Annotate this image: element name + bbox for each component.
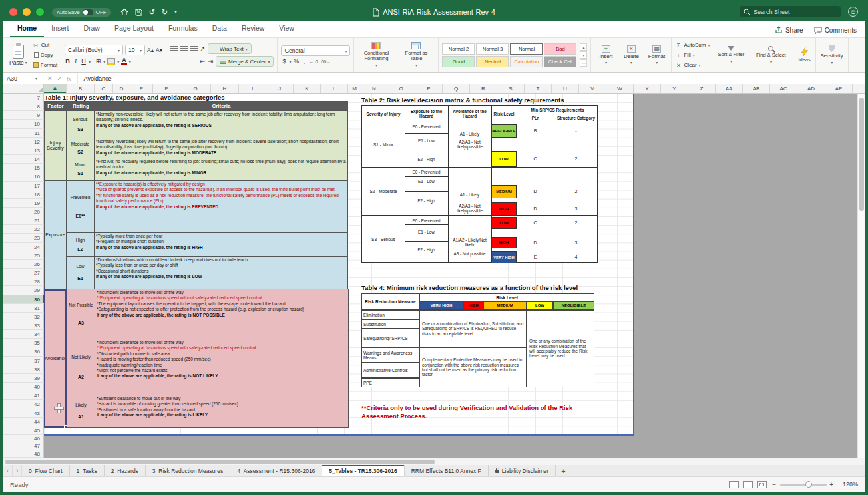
delete-cells-button[interactable]: ×Delete▾ (620, 45, 642, 65)
zoom-in-button[interactable]: + (829, 481, 833, 488)
table2-risk-high[interactable]: HIGH (491, 202, 517, 216)
align-middle-icon[interactable] (180, 46, 188, 52)
column-header-l[interactable]: L (321, 84, 348, 93)
column-header-p[interactable]: P (415, 84, 443, 93)
fill-color-button[interactable] (107, 58, 115, 65)
table2-severity-s3-serious[interactable]: S3 - Serious (362, 215, 405, 263)
ribbon-tab-home[interactable]: Home (10, 21, 44, 37)
sensitivity-button[interactable]: Sensitivity ▾ (819, 45, 845, 65)
column-header-k[interactable]: K (294, 84, 321, 93)
cancel-entry-icon[interactable]: ✕ (47, 75, 53, 82)
decrease-indent-button[interactable]: ⇤ (200, 58, 206, 65)
row-header-42[interactable]: 42 (3, 400, 44, 409)
table4-zone-3[interactable]: One or any combination of the Risk Reduc… (527, 310, 594, 387)
find-select-button[interactable]: Find & Select ▾ (752, 46, 789, 65)
row-header-8[interactable]: 8 (3, 102, 44, 111)
column-header-h[interactable]: H (211, 84, 239, 93)
table2-risk-low[interactable]: LOW (491, 151, 517, 167)
row-header-45[interactable]: 45 (3, 426, 44, 435)
row-header-17[interactable]: 17 (3, 182, 44, 190)
table1-rating-cell-not-likely[interactable]: Not LikelyA2 (67, 339, 95, 395)
table4-measure-elimination[interactable]: Elimination (361, 310, 419, 319)
column-header-i[interactable]: I (239, 84, 266, 93)
ribbon-tab-formulas[interactable]: Formulas (161, 21, 205, 37)
table4-zone-1[interactable]: One or a combination of Elimination, Sub… (419, 310, 527, 347)
clear-button[interactable]: ✕Clear▾ (675, 61, 710, 69)
insert-function-icon[interactable]: fx (67, 75, 71, 82)
table1-criteria-cell-minor[interactable]: *First Aid; no recovery required before … (95, 158, 348, 181)
verification-validation-footnote[interactable]: **Criteria only to be used during Verifi… (361, 403, 594, 420)
table2-severity-s2-moderate[interactable]: S2 - Moderate (362, 167, 405, 215)
table2-risk-high[interactable]: HIGH (491, 237, 517, 248)
cut-button[interactable]: ✂Cut (33, 41, 57, 49)
cell-style-normal[interactable]: Normal (510, 43, 542, 55)
number-format-select[interactable]: General▾ (281, 45, 350, 56)
format-as-table-button[interactable]: Format as Table ▾ (397, 42, 435, 68)
percent-format-button[interactable]: % (293, 58, 299, 65)
row-header-44[interactable]: 44 (3, 418, 44, 426)
vertical-scrollbar-thumb[interactable] (859, 98, 864, 211)
row-header-13[interactable]: 13 (3, 146, 44, 155)
align-left-icon[interactable] (170, 59, 178, 65)
row-header-35[interactable]: 35 (3, 339, 44, 347)
increase-indent-button[interactable]: ⇥ (208, 58, 214, 65)
column-header-ab[interactable]: AB (743, 84, 770, 93)
align-top-icon[interactable] (170, 46, 178, 52)
table1-factor-cell-exposure[interactable]: Exposure (45, 181, 67, 289)
zoom-level[interactable]: 120% (839, 481, 858, 488)
sheet-tab-4-assessment-r15-306-2016[interactable]: 4_Assessment - R15.306-2016 (230, 465, 322, 476)
cell-style-bad[interactable]: Bad (544, 43, 576, 55)
wrap-text-button[interactable]: Wrap Text▾ (208, 43, 252, 54)
table1-criteria-cell-prevented[interactable]: **Exposure to hazard(s) is effectively m… (95, 181, 348, 233)
font-name-select[interactable]: Calibri (Body)▾ (65, 45, 123, 55)
table1-rating-cell-high[interactable]: HighE2 (67, 233, 95, 257)
table2-risk-medium[interactable]: MEDIUM (491, 185, 517, 198)
table2-avoidance-a3-not-possible[interactable]: A3 - Not possible (448, 249, 491, 257)
comma-format-button[interactable]: , (301, 58, 307, 65)
ribbon-tab-page-layout[interactable]: Page Layout (107, 21, 161, 37)
column-header-e[interactable]: E (130, 84, 153, 93)
vertical-scrollbar[interactable] (857, 94, 865, 458)
cell-style-normal-3[interactable]: Normal 3 (476, 43, 509, 55)
table1-criteria-cell-serious[interactable]: *Normally non-reversible; likely will no… (95, 111, 348, 138)
column-header-c[interactable]: C (95, 84, 113, 93)
row-header-38[interactable]: 38 (3, 365, 44, 374)
row-header-19[interactable]: 19 (3, 199, 44, 208)
row-header-39[interactable]: 39 (3, 374, 44, 383)
normal-view-icon[interactable] (729, 481, 739, 488)
row-header-22[interactable]: 22 (3, 225, 44, 234)
table2-risk-low[interactable]: LOW (491, 217, 517, 229)
increase-decimal-icon[interactable]: ←.0 (309, 59, 318, 64)
add-sheet-button[interactable]: + (556, 465, 570, 476)
row-header-7[interactable]: 7 (3, 94, 44, 102)
table2-exposure-e0-prevented[interactable]: E0 - Prevented (405, 122, 448, 130)
table2-exposure-e1-low[interactable]: E1 - Low (405, 177, 448, 185)
format-painter-button[interactable]: Format (33, 61, 57, 69)
currency-format-button[interactable]: $ (281, 58, 287, 65)
table1-rating-cell-likely[interactable]: LikelyA1 (67, 395, 95, 428)
decrease-decimal-icon[interactable]: .00→ (320, 59, 331, 64)
sheet-tab-1-tasks[interactable]: 1_Tasks (70, 465, 105, 476)
ribbon-tab-draw[interactable]: Draw (76, 21, 107, 37)
row-header-25[interactable]: 25 (3, 251, 44, 260)
align-center-icon[interactable] (180, 59, 188, 65)
zoom-slider[interactable] (780, 484, 827, 486)
row-header-12[interactable]: 12 (3, 138, 44, 146)
zoom-slider-thumb[interactable] (805, 481, 812, 488)
feedback-smiley-icon[interactable]: ☺ (848, 7, 858, 17)
column-header-d[interactable]: D (113, 84, 130, 93)
row-header-37[interactable]: 37 (3, 357, 44, 365)
save-icon[interactable] (135, 9, 142, 16)
row-header-20[interactable]: 20 (3, 208, 44, 216)
paste-button[interactable]: Paste▾ (7, 44, 30, 67)
redo-icon[interactable]: ↻ (162, 8, 168, 16)
column-header-w[interactable]: W (606, 84, 634, 93)
row-header-48[interactable]: 48 (3, 450, 44, 458)
table1-criteria-cell-moderate[interactable]: *Normally reversible; likely will return… (95, 138, 348, 158)
sheet-tab-0-flow-chart[interactable]: 0_Flow Chart (22, 465, 70, 476)
merge-center-button[interactable]: Merge & Center▾ (216, 56, 274, 67)
table2-avoidance-a1-a2-likely-not-likely[interactable]: A1/A2 - Likely/Not likely (448, 238, 491, 246)
text-orientation-button[interactable]: ↗ (200, 45, 206, 52)
insert-cells-button[interactable]: +Insert▾ (594, 45, 617, 65)
home-icon[interactable] (120, 8, 128, 16)
